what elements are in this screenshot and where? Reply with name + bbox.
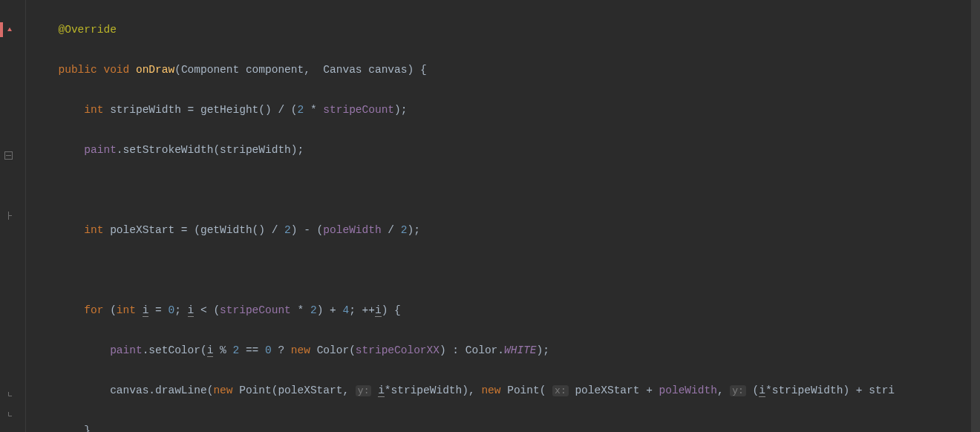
- code-line[interactable]: public void onDraw(Component component, …: [26, 60, 980, 80]
- var-i: i: [375, 304, 382, 317]
- code-line[interactable]: [26, 261, 980, 281]
- param-hint-y: y:: [356, 385, 372, 396]
- type-Point: Point: [507, 384, 540, 396]
- code-editor[interactable]: @Override public void onDraw(Component c…: [26, 0, 980, 432]
- fold-end-icon[interactable]: [3, 390, 13, 401]
- code-line[interactable]: @Override: [26, 20, 980, 40]
- num-0: 0: [168, 304, 174, 316]
- num-2: 2: [284, 224, 291, 236]
- code-line[interactable]: int stripeWidth = getHeight() / (2 * str…: [26, 100, 980, 120]
- keyword-int: int: [84, 224, 103, 236]
- param-component: component: [246, 64, 304, 76]
- keyword-for: for: [84, 304, 103, 316]
- num-2: 2: [232, 344, 239, 356]
- trailing-text: stri: [869, 384, 895, 396]
- keyword-public: public: [59, 64, 97, 76]
- call-drawLine: drawLine: [155, 384, 207, 396]
- editor-gutter: [0, 0, 26, 432]
- call-setColor: setColor: [148, 344, 200, 356]
- field-poleWidth: poleWidth: [323, 224, 381, 236]
- method-onDraw: onDraw: [136, 64, 174, 76]
- keyword-new: new: [213, 384, 232, 396]
- call-getWidth: getWidth: [200, 224, 252, 236]
- fold-end-icon[interactable]: [3, 410, 13, 421]
- override-up-icon[interactable]: [4, 25, 15, 36]
- num-2: 2: [310, 304, 317, 316]
- field-paint: paint: [84, 144, 117, 156]
- fold-mid-icon[interactable]: [3, 210, 13, 220]
- var-stripeWidth: stripeWidth: [220, 144, 291, 156]
- keyword-int: int: [84, 104, 103, 116]
- type-Canvas: Canvas: [323, 64, 362, 76]
- var-i: i: [188, 304, 195, 317]
- field-stripeColorXX: stripeColorXX: [356, 344, 440, 356]
- num-2: 2: [298, 104, 304, 116]
- annotation: @Override: [59, 24, 117, 36]
- change-marker-icon[interactable]: [0, 22, 3, 37]
- static-WHITE: WHITE: [504, 344, 537, 356]
- code-line[interactable]: paint.setStrokeWidth(stripeWidth);: [26, 140, 980, 160]
- var-i: i: [207, 344, 214, 357]
- field-poleWidth: poleWidth: [659, 384, 717, 396]
- field-stripeCount: stripeCount: [323, 104, 394, 116]
- var-i: i: [378, 384, 385, 397]
- fold-minus-icon[interactable]: [3, 150, 13, 160]
- gutter-icon-layer: [0, 0, 25, 432]
- var-i: i: [759, 384, 765, 397]
- keyword-int: int: [117, 304, 136, 316]
- code-line[interactable]: canvas.drawLine(new Point(poleXStart, y:…: [26, 381, 980, 401]
- var-poleXStart: poleXStart: [110, 224, 174, 236]
- var-stripeWidth: stripeWidth: [391, 384, 463, 396]
- code-line[interactable]: paint.setColor(i % 2 == 0 ? new Color(st…: [26, 341, 980, 361]
- param-canvas: canvas: [110, 384, 148, 396]
- num-0: 0: [265, 344, 272, 356]
- code-line[interactable]: int poleXStart = (getWidth() / 2) - (pol…: [26, 220, 980, 240]
- type-Color: Color: [317, 344, 350, 356]
- param-hint-x: x:: [552, 385, 569, 396]
- keyword-void: void: [103, 64, 129, 76]
- type-Point: Point: [239, 384, 272, 396]
- keyword-new: new: [481, 384, 500, 396]
- var-poleXStart: poleXStart: [575, 384, 639, 396]
- param-canvas: canvas: [368, 64, 407, 76]
- var-i: i: [143, 304, 149, 317]
- var-stripeWidth: stripeWidth: [772, 384, 843, 396]
- call-getHeight: getHeight: [200, 104, 258, 116]
- field-stripeCount: stripeCount: [220, 304, 291, 316]
- error-stripe[interactable]: [971, 0, 980, 432]
- code-line[interactable]: }: [26, 421, 980, 432]
- code-line[interactable]: for (int i = 0; i < (stripeCount * 2) + …: [26, 301, 980, 321]
- var-stripeWidth: stripeWidth: [110, 104, 181, 116]
- num-4: 4: [342, 304, 349, 316]
- var-poleXStart: poleXStart: [278, 384, 342, 396]
- param-hint-y: y:: [730, 385, 746, 396]
- type-Color: Color: [466, 344, 498, 356]
- keyword-new: new: [291, 344, 310, 356]
- type-Component: Component: [181, 64, 239, 76]
- code-line[interactable]: [26, 180, 980, 200]
- call-setStrokeWidth: setStrokeWidth: [123, 144, 214, 156]
- field-paint: paint: [110, 344, 143, 356]
